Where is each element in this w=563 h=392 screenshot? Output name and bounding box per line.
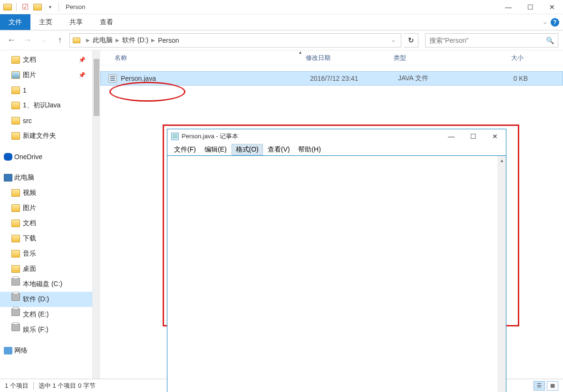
back-button[interactable]: ←: [5, 34, 18, 47]
close-button[interactable]: ✕: [541, 0, 563, 14]
navigation-bar: ← → ⌵ ↑ ▶ 此电脑 ▶ 软件 (D:) ▶ Person ⌵ ↻ 🔍: [0, 30, 563, 50]
sidebar-pc-documents[interactable]: 文档: [0, 216, 92, 231]
view-thumbnails-button[interactable]: ▦: [547, 381, 558, 391]
chevron-right-icon: ▶: [151, 38, 155, 43]
sidebar-drive-f[interactable]: 娱乐 (F:): [0, 322, 92, 337]
file-name: Person.java: [121, 75, 304, 82]
tab-share[interactable]: 共享: [61, 14, 91, 30]
file-type: JAVA 文件: [392, 74, 480, 83]
refresh-button[interactable]: ↻: [404, 33, 418, 48]
nav-pane[interactable]: 文档📌 图片📌 1 1、初识Java src 新建文件夹 OneDrive 此电…: [0, 50, 93, 379]
notepad-menu-help[interactable]: 帮助(H): [294, 144, 324, 155]
notepad-titlebar[interactable]: Person.java - 记事本 — ☐ ✕: [167, 129, 506, 143]
search-icon[interactable]: 🔍: [546, 37, 554, 44]
notepad-menu-format[interactable]: 格式(O): [232, 144, 263, 155]
notepad-menu-edit[interactable]: 编辑(E): [201, 144, 231, 155]
ribbon-expand-icon[interactable]: ⌵: [544, 19, 547, 25]
maximize-button[interactable]: ☐: [519, 0, 541, 14]
recent-dropdown[interactable]: ⌵: [37, 34, 50, 47]
annotation-rect: Person.java - 记事本 — ☐ ✕ 文件(F) 编辑(E) 格式(O…: [163, 124, 519, 326]
notepad-close-button[interactable]: ✕: [484, 129, 506, 143]
qat-dropdown-button[interactable]: ▾: [44, 1, 56, 13]
search-input[interactable]: [429, 37, 546, 44]
column-headers: ▴ 名称 修改日期 类型 大小: [100, 50, 563, 66]
sidebar-drive-d[interactable]: 软件 (D:): [0, 292, 92, 307]
sidebar-pc-pictures[interactable]: 图片: [0, 201, 92, 216]
qat-newfolder-button[interactable]: [32, 1, 43, 13]
file-size: 0 KB: [480, 75, 537, 82]
notepad-menubar: 文件(F) 编辑(E) 格式(O) 查看(V) 帮助(H): [167, 143, 506, 156]
search-box[interactable]: 🔍: [425, 33, 558, 48]
breadcrumb-part[interactable]: Person: [158, 37, 179, 44]
column-size[interactable]: 大小: [476, 54, 533, 62]
sidebar-item[interactable]: src: [0, 113, 92, 128]
folder-icon: [2, 1, 13, 13]
sidebar-item[interactable]: 1: [0, 83, 92, 98]
sidebar-item[interactable]: 1、初识Java: [0, 98, 92, 113]
minimize-button[interactable]: —: [497, 0, 519, 14]
scroll-up-icon[interactable]: ▴: [497, 156, 506, 164]
help-icon[interactable]: ?: [551, 18, 559, 27]
column-name[interactable]: 名称: [100, 54, 300, 62]
file-row[interactable]: Person.java 2016/7/12 23:41 JAVA 文件 0 KB: [100, 71, 563, 86]
notepad-menu-file[interactable]: 文件(F): [170, 144, 200, 155]
window-title: Person: [66, 3, 85, 10]
status-count: 1 个项目: [5, 382, 29, 390]
forward-button[interactable]: →: [21, 34, 34, 47]
sidebar-network[interactable]: 网络: [0, 343, 92, 358]
breadcrumb-dropdown[interactable]: ⌵: [389, 37, 398, 43]
window-titlebar: ☑ ▾ Person — ☐ ✕: [0, 0, 563, 14]
status-selection: 选中 1 个项目 0 字节: [39, 382, 96, 390]
breadcrumb-part[interactable]: 软件 (D:): [122, 36, 148, 45]
sidebar-item-pictures[interactable]: 图片📌: [0, 67, 92, 83]
ribbon: 文件 主页 共享 查看 ⌵ ?: [0, 14, 563, 30]
tab-home[interactable]: 主页: [30, 14, 61, 30]
tab-file[interactable]: 文件: [0, 14, 30, 30]
folder-icon: [73, 38, 80, 43]
tab-view[interactable]: 查看: [91, 14, 122, 30]
notepad-window: Person.java - 记事本 — ☐ ✕ 文件(F) 编辑(E) 格式(O…: [167, 129, 506, 392]
breadcrumb[interactable]: ▶ 此电脑 ▶ 软件 (D:) ▶ Person ⌵: [69, 33, 401, 48]
column-type[interactable]: 类型: [388, 54, 476, 62]
pin-icon: 📌: [78, 57, 86, 63]
sidebar-pc-desktop[interactable]: 桌面: [0, 261, 92, 277]
chevron-right-icon: ▶: [116, 38, 119, 43]
sidebar-drive-c[interactable]: 本地磁盘 (C:): [0, 277, 92, 292]
sidebar-pc-music[interactable]: 音乐: [0, 246, 92, 261]
sidebar-drive-e[interactable]: 文档 (E:): [0, 307, 92, 322]
pin-icon: 📌: [78, 72, 86, 78]
notepad-icon: [171, 133, 179, 140]
sidebar-item-documents[interactable]: 文档📌: [0, 52, 92, 67]
column-date[interactable]: 修改日期: [300, 54, 388, 62]
sidebar-pc-downloads[interactable]: 下载: [0, 231, 92, 246]
sidebar-scrollbar[interactable]: [93, 50, 100, 379]
notepad-maximize-button[interactable]: ☐: [462, 129, 484, 143]
notepad-textarea[interactable]: ▴: [167, 156, 506, 392]
up-button[interactable]: ↑: [53, 34, 67, 47]
java-file-icon: [108, 74, 117, 83]
sidebar-pc-videos[interactable]: 视频: [0, 185, 92, 201]
sidebar-item[interactable]: 新建文件夹: [0, 128, 92, 143]
notepad-title: Person.java - 记事本: [182, 132, 238, 141]
view-details-button[interactable]: ☰: [534, 381, 545, 391]
sidebar-onedrive[interactable]: OneDrive: [0, 149, 92, 164]
chevron-right-icon: ▶: [86, 38, 90, 43]
qat-properties-button[interactable]: ☑: [19, 1, 31, 13]
notepad-menu-view[interactable]: 查看(V): [264, 144, 294, 155]
notepad-minimize-button[interactable]: —: [440, 129, 462, 143]
sidebar-thispc[interactable]: 此电脑: [0, 170, 92, 185]
notepad-scrollbar[interactable]: ▴: [497, 156, 506, 392]
breadcrumb-part[interactable]: 此电脑: [93, 36, 113, 45]
file-date: 2016/7/12 23:41: [304, 75, 392, 82]
sort-indicator-icon: ▴: [299, 49, 301, 55]
